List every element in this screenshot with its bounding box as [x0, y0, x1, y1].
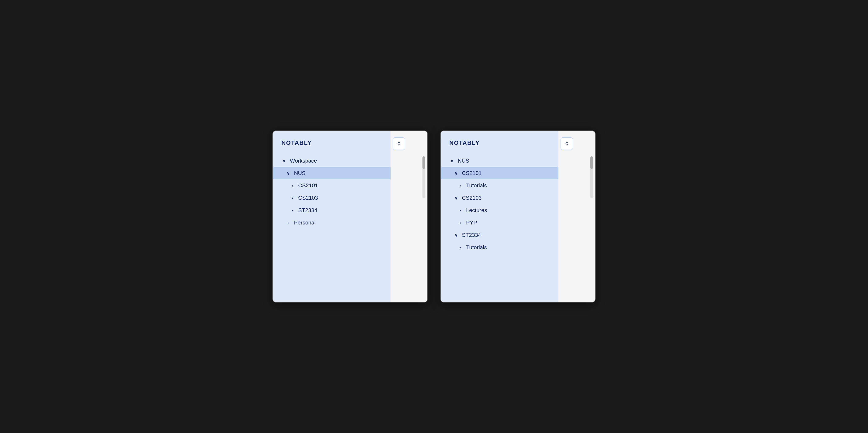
cs2103-label: CS2103 [298, 195, 318, 201]
chevron-right-icon: › [290, 196, 295, 200]
screenshots-container: NOTABLY ∨ Workspace ∨ NUS › CS2101 › CS2… [256, 114, 612, 319]
chevron-down-icon: ∨ [454, 171, 459, 176]
st2334-label: ST2334 [298, 207, 317, 213]
sidebar-item-cs2103-right[interactable]: ∨ CS2103 [441, 192, 558, 204]
nus-label: NUS [294, 170, 306, 176]
chevron-right-icon: › [458, 183, 463, 188]
chevron-down-icon: ∨ [286, 171, 291, 176]
nus-right-label: NUS [458, 158, 469, 164]
right-brand: NOTABLY [441, 139, 558, 155]
right-main-content: O [558, 131, 595, 302]
sidebar-item-st2334[interactable]: › ST2334 [273, 204, 391, 216]
sidebar-item-nus[interactable]: ∨ NUS [273, 167, 391, 179]
right-scrollbar-thumb[interactable] [590, 156, 593, 169]
right-scrollbar[interactable] [590, 156, 593, 198]
sidebar-item-workspace[interactable]: ∨ Workspace [273, 155, 391, 167]
left-top-button[interactable]: O [393, 137, 405, 150]
chevron-right-icon: › [458, 220, 463, 225]
left-sidebar: NOTABLY ∨ Workspace ∨ NUS › CS2101 › CS2… [273, 131, 391, 302]
sidebar-item-personal[interactable]: › Personal [273, 216, 391, 229]
pyp-label: PYP [466, 220, 477, 226]
left-main-content: O [391, 131, 427, 302]
chevron-right-icon: › [458, 245, 463, 250]
tutorials-2-label: Tutorials [466, 244, 487, 251]
tutorials-1-label: Tutorials [466, 182, 487, 189]
sidebar-item-nus-right[interactable]: ∨ NUS [441, 155, 558, 167]
cs2101-right-label: CS2101 [462, 170, 482, 176]
workspace-label: Workspace [290, 158, 317, 164]
sidebar-item-cs2101[interactable]: › CS2101 [273, 179, 391, 192]
lectures-label: Lectures [466, 207, 487, 213]
chevron-right-icon: › [458, 208, 463, 213]
chevron-down-icon: ∨ [449, 158, 454, 163]
sidebar-item-cs2101-right[interactable]: ∨ CS2101 [441, 167, 558, 179]
sidebar-item-tutorials-2[interactable]: › Tutorials [441, 241, 558, 254]
sidebar-item-tutorials-1[interactable]: › Tutorials [441, 179, 558, 192]
top-button-label-right: O [565, 142, 568, 146]
chevron-right-icon: › [286, 220, 291, 225]
chevron-down-icon: ∨ [281, 158, 286, 163]
sidebar-item-lectures[interactable]: › Lectures [441, 204, 558, 216]
chevron-down-icon: ∨ [454, 196, 459, 201]
chevron-right-icon: › [290, 208, 295, 213]
right-sidebar: NOTABLY ∨ NUS ∨ CS2101 › Tutorials ∨ CS2… [441, 131, 558, 302]
left-scrollbar-thumb[interactable] [423, 156, 425, 169]
personal-label: Personal [294, 220, 316, 226]
cs2103-right-label: CS2103 [462, 195, 482, 201]
st2334-right-label: ST2334 [462, 232, 481, 238]
sidebar-item-cs2103[interactable]: › CS2103 [273, 192, 391, 204]
right-screenshot: NOTABLY ∨ NUS ∨ CS2101 › Tutorials ∨ CS2… [440, 131, 596, 302]
sidebar-item-st2334-right[interactable]: ∨ ST2334 [441, 229, 558, 241]
chevron-down-icon: ∨ [454, 233, 459, 238]
sidebar-item-pyp[interactable]: › PYP [441, 216, 558, 229]
left-scrollbar[interactable] [423, 156, 425, 198]
right-top-button[interactable]: O [561, 137, 573, 150]
left-screenshot: NOTABLY ∨ Workspace ∨ NUS › CS2101 › CS2… [272, 131, 428, 302]
left-brand: NOTABLY [273, 139, 391, 155]
chevron-right-icon: › [290, 183, 295, 188]
top-button-label: O [398, 142, 400, 146]
cs2101-label: CS2101 [298, 182, 318, 189]
